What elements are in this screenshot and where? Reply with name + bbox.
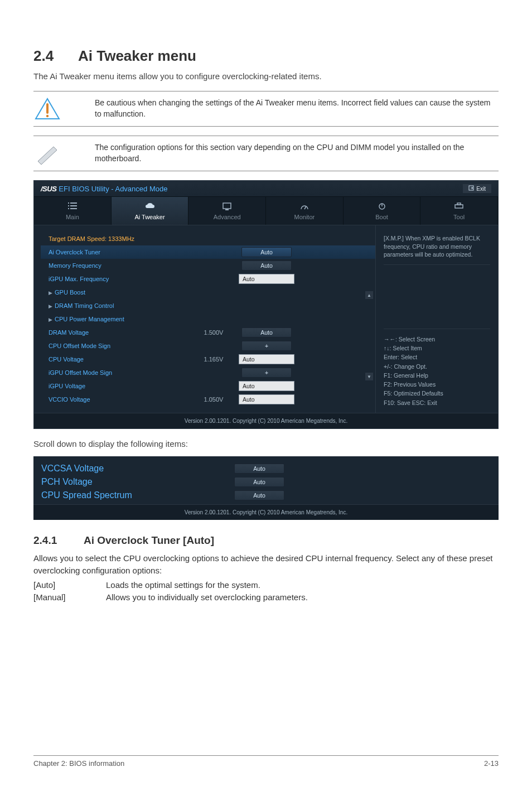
- setting-vccio-voltage[interactable]: VCCIO Voltage 1.050V Auto: [41, 393, 375, 406]
- scroll-down-icon[interactable]: ▼: [365, 373, 373, 380]
- setting-value[interactable]: Auto: [241, 247, 292, 257]
- setting-value[interactable]: Auto: [234, 477, 284, 487]
- setting-label: VCCSA Voltage: [33, 464, 184, 474]
- setting-value[interactable]: Auto: [241, 327, 292, 337]
- tab-label: Tool: [453, 214, 465, 220]
- tab-label: Ai Tweaker: [134, 214, 165, 220]
- option-manual: [Manual] Allows you to individually set …: [33, 591, 499, 604]
- subsection-number: 2.4.1: [33, 534, 84, 547]
- setting-value[interactable]: Auto: [241, 261, 292, 271]
- setting-ai-overclock-tuner[interactable]: Ai Overclock Tuner Auto: [41, 245, 375, 259]
- option-desc: Allows you to individually set overclock…: [106, 591, 308, 604]
- caution-text: Be cautious when changing the settings o…: [84, 98, 499, 119]
- chevron-right-icon: ▶: [49, 290, 52, 296]
- tool-icon: [420, 202, 497, 211]
- setting-value[interactable]: +: [241, 341, 292, 351]
- exit-label: Exit: [476, 186, 486, 192]
- setting-igpu-voltage[interactable]: iGPU Voltage Auto: [41, 379, 375, 393]
- setting-cpu-spread-spectrum[interactable]: CPU Spread Spectrum Auto: [33, 489, 499, 502]
- info-text: The configuration options for this secti…: [84, 142, 499, 164]
- footer-page-number: 2-13: [484, 759, 499, 768]
- setting-value[interactable]: +: [241, 368, 292, 378]
- tab-ai-tweaker[interactable]: Ai Tweaker: [112, 197, 189, 225]
- caution-note: Be cautious when changing the settings o…: [33, 91, 499, 127]
- setting-label: Target DRAM Speed: 1333MHz: [41, 235, 191, 242]
- setting-pch-voltage[interactable]: PCH Voltage Auto: [33, 475, 499, 489]
- tab-label: Boot: [375, 214, 388, 220]
- section-number: 2.4: [33, 47, 78, 65]
- svg-point-2: [46, 115, 49, 117]
- section-heading: 2.4Ai Tweaker menu: [33, 47, 499, 65]
- setting-label: Memory Frequency: [41, 262, 191, 269]
- option-key: [Auto]: [33, 579, 106, 592]
- bios-title: EFI BIOS Utility - Advanced Mode: [59, 185, 167, 193]
- asus-logo: /SUS: [41, 185, 56, 193]
- scrollbar[interactable]: ▲ ▼: [365, 291, 373, 380]
- setting-igpu-offset-sign[interactable]: iGPU Offset Mode Sign +: [41, 366, 375, 379]
- tab-main[interactable]: Main: [34, 197, 112, 225]
- cloud-icon: [112, 202, 188, 211]
- bios-footer: Version 2.00.1201. Copyright (C) 2010 Am…: [33, 504, 499, 520]
- screen-icon: [188, 202, 265, 211]
- exit-icon: [468, 185, 474, 192]
- setting-dram-timing[interactable]: ▶DRAM Timing Control: [41, 299, 375, 312]
- setting-label: Ai Overclock Tuner: [41, 249, 191, 255]
- bios-titlebar: /SUS EFI BIOS Utility - Advanced Mode Ex…: [34, 181, 498, 197]
- svg-line-12: [304, 206, 306, 209]
- chevron-right-icon: ▶: [49, 317, 52, 322]
- svg-rect-9: [70, 208, 77, 209]
- svg-rect-10: [223, 203, 231, 209]
- caution-icon: [33, 97, 61, 120]
- bios-tabs: Main Ai Tweaker Advanced Monitor Boot To…: [34, 197, 498, 225]
- help-keybindings: →←: Select Screen ↑↓: Select Item Enter:…: [384, 329, 490, 407]
- setting-value[interactable]: Auto: [234, 490, 284, 500]
- setting-value[interactable]: Auto: [234, 464, 284, 474]
- svg-rect-16: [457, 203, 461, 205]
- setting-value[interactable]: Auto: [239, 274, 294, 284]
- option-desc: Loads the optimal settings for the syste…: [106, 579, 260, 592]
- subsection-heading: 2.4.1Ai Overclock Tuner [Auto]: [33, 534, 499, 547]
- intro-text: The Ai Tweaker menu items allow you to c…: [33, 71, 499, 81]
- help-description: [X.M.P.] When XMP is enabled BCLK freque…: [384, 234, 490, 265]
- setting-cpu-power-mgmt[interactable]: ▶CPU Power Management: [41, 312, 375, 326]
- setting-label: CPU Offset Mode Sign: [41, 343, 191, 349]
- exit-button[interactable]: Exit: [463, 184, 491, 193]
- subsection-title: Ai Overclock Tuner [Auto]: [84, 534, 214, 546]
- tab-advanced[interactable]: Advanced: [188, 197, 266, 225]
- setting-cpu-offset-sign[interactable]: CPU Offset Mode Sign +: [41, 339, 375, 353]
- tab-tool[interactable]: Tool: [420, 197, 498, 225]
- setting-label: iGPU Voltage: [41, 383, 191, 389]
- setting-current: 1.165V: [191, 356, 236, 363]
- setting-label: GPU Boost: [55, 289, 85, 296]
- tab-label: Main: [66, 214, 79, 220]
- setting-label: PCH Voltage: [33, 477, 184, 487]
- gauge-icon: [266, 202, 343, 211]
- setting-label: iGPU Max. Frequency: [41, 276, 191, 282]
- scroll-up-icon[interactable]: ▲: [365, 291, 373, 299]
- setting-label: CPU Spread Spectrum: [33, 490, 184, 500]
- section-title: Ai Tweaker menu: [78, 47, 196, 64]
- subsection-body: Allows you to select the CPU overclockin…: [33, 552, 499, 577]
- bios-help-panel: [X.M.P.] When XMP is enabled BCLK freque…: [375, 225, 498, 413]
- footer-chapter: Chapter 2: BIOS information: [33, 759, 124, 768]
- setting-label: DRAM Timing Control: [55, 302, 114, 309]
- svg-rect-7: [70, 205, 77, 206]
- setting-value[interactable]: Auto: [239, 354, 294, 364]
- option-auto: [Auto] Loads the optimal settings for th…: [33, 579, 499, 592]
- bios-screenshot: /SUS EFI BIOS Utility - Advanced Mode Ex…: [33, 180, 499, 429]
- setting-current: 1.050V: [191, 396, 236, 403]
- setting-memory-frequency[interactable]: Memory Frequency Auto: [41, 259, 375, 272]
- tab-monitor[interactable]: Monitor: [266, 197, 344, 225]
- svg-rect-4: [68, 202, 69, 204]
- setting-label: iGPU Offset Mode Sign: [41, 369, 191, 376]
- setting-value[interactable]: Auto: [239, 394, 294, 404]
- setting-value[interactable]: Auto: [239, 381, 294, 391]
- setting-vccsa-voltage[interactable]: VCCSA Voltage Auto: [33, 462, 499, 475]
- bios-screenshot-continued: VCCSA Voltage Auto PCH Voltage Auto CPU …: [33, 456, 499, 520]
- setting-gpu-boost[interactable]: ▶GPU Boost: [41, 286, 375, 299]
- setting-igpu-max-freq[interactable]: iGPU Max. Frequency Auto: [41, 272, 375, 286]
- tab-boot[interactable]: Boot: [344, 197, 421, 225]
- setting-cpu-voltage[interactable]: CPU Voltage 1.165V Auto: [41, 353, 375, 366]
- tab-label: Advanced: [214, 214, 241, 220]
- setting-dram-voltage[interactable]: DRAM Voltage 1.500V Auto: [41, 326, 375, 339]
